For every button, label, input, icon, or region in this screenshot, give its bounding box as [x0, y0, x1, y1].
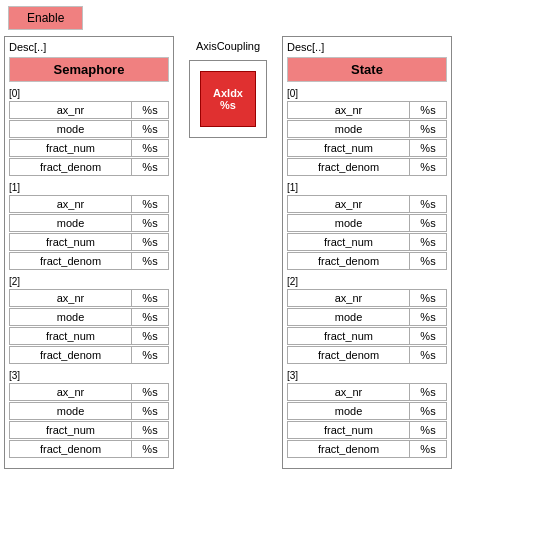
field-value-3-2: %s [410, 422, 446, 438]
top-bar: Enable [0, 0, 554, 36]
left-desc-panel: Desc[..] Semaphore [0]ax_nr%smode%sfract… [4, 36, 174, 469]
table-row: fract_num%s [9, 421, 169, 439]
table-row: fract_denom%s [287, 346, 447, 364]
field-value-3-3: %s [410, 441, 446, 457]
left-groups: [0]ax_nr%smode%sfract_num%sfract_denom%s… [9, 88, 169, 458]
field-name-2-1: mode [288, 309, 410, 325]
field-name-0-3: fract_denom [288, 159, 410, 175]
field-name-2-3: fract_denom [288, 347, 410, 363]
field-name-0-0: ax_nr [10, 102, 132, 118]
index-label-2: [2] [9, 276, 169, 287]
table-row: fract_num%s [9, 233, 169, 251]
index-label-0: [0] [9, 88, 169, 99]
field-name-1-2: fract_num [288, 234, 410, 250]
field-name-1-0: ax_nr [10, 196, 132, 212]
group-2: [2]ax_nr%smode%sfract_num%sfract_denom%s [287, 276, 447, 364]
table-row: ax_nr%s [287, 101, 447, 119]
left-panel-title: Desc[..] [9, 41, 169, 53]
table-row: mode%s [9, 308, 169, 326]
table-row: mode%s [287, 402, 447, 420]
table-row: mode%s [9, 120, 169, 138]
field-value-2-1: %s [410, 309, 446, 325]
field-name-2-2: fract_num [10, 328, 132, 344]
table-row: fract_num%s [287, 233, 447, 251]
field-value-2-1: %s [132, 309, 168, 325]
field-value-1-2: %s [410, 234, 446, 250]
field-name-3-2: fract_num [10, 422, 132, 438]
field-value-1-3: %s [410, 253, 446, 269]
field-value-1-1: %s [410, 215, 446, 231]
field-name-3-1: mode [10, 403, 132, 419]
field-value-3-1: %s [410, 403, 446, 419]
field-name-3-3: fract_denom [288, 441, 410, 457]
table-row: ax_nr%s [9, 383, 169, 401]
table-row: fract_denom%s [287, 440, 447, 458]
index-label-3: [3] [9, 370, 169, 381]
field-name-0-3: fract_denom [10, 159, 132, 175]
field-value-0-3: %s [132, 159, 168, 175]
group-0: [0]ax_nr%smode%sfract_num%sfract_denom%s [287, 88, 447, 176]
field-name-1-1: mode [288, 215, 410, 231]
field-name-1-0: ax_nr [288, 196, 410, 212]
table-row: mode%s [9, 402, 169, 420]
field-name-1-3: fract_denom [288, 253, 410, 269]
field-name-3-3: fract_denom [10, 441, 132, 457]
axidx-button[interactable]: AxIdx%s [200, 71, 256, 127]
table-row: fract_num%s [287, 327, 447, 345]
field-value-2-0: %s [132, 290, 168, 306]
table-row: mode%s [287, 308, 447, 326]
field-value-2-3: %s [410, 347, 446, 363]
field-value-0-0: %s [410, 102, 446, 118]
group-3: [3]ax_nr%smode%sfract_num%sfract_denom%s [9, 370, 169, 458]
table-row: mode%s [287, 214, 447, 232]
field-name-0-1: mode [10, 121, 132, 137]
table-row: ax_nr%s [287, 195, 447, 213]
field-name-0-1: mode [288, 121, 410, 137]
table-row: fract_denom%s [287, 158, 447, 176]
semaphore-button[interactable]: Semaphore [9, 57, 169, 82]
right-panel-title: Desc[..] [287, 41, 447, 53]
table-row: fract_num%s [287, 139, 447, 157]
field-value-3-3: %s [132, 441, 168, 457]
field-value-1-0: %s [410, 196, 446, 212]
state-button[interactable]: State [287, 57, 447, 82]
index-label-1: [1] [287, 182, 447, 193]
field-name-1-3: fract_denom [10, 253, 132, 269]
field-value-3-0: %s [132, 384, 168, 400]
middle-panel: AxisCoupling AxIdx%s [178, 36, 278, 142]
field-name-2-1: mode [10, 309, 132, 325]
field-value-3-2: %s [132, 422, 168, 438]
field-value-2-2: %s [132, 328, 168, 344]
enable-button[interactable]: Enable [8, 6, 83, 30]
field-name-0-0: ax_nr [288, 102, 410, 118]
table-row: fract_denom%s [9, 252, 169, 270]
field-name-2-2: fract_num [288, 328, 410, 344]
field-value-1-0: %s [132, 196, 168, 212]
field-value-1-2: %s [132, 234, 168, 250]
field-value-1-3: %s [132, 253, 168, 269]
group-1: [1]ax_nr%smode%sfract_num%sfract_denom%s [9, 182, 169, 270]
field-name-3-0: ax_nr [10, 384, 132, 400]
main-area: Desc[..] Semaphore [0]ax_nr%smode%sfract… [0, 36, 554, 469]
table-row: fract_num%s [9, 139, 169, 157]
right-groups: [0]ax_nr%smode%sfract_num%sfract_denom%s… [287, 88, 447, 458]
field-name-0-2: fract_num [288, 140, 410, 156]
index-label-2: [2] [287, 276, 447, 287]
field-value-0-2: %s [410, 140, 446, 156]
group-3: [3]ax_nr%smode%sfract_num%sfract_denom%s [287, 370, 447, 458]
table-row: ax_nr%s [9, 101, 169, 119]
group-0: [0]ax_nr%smode%sfract_num%sfract_denom%s [9, 88, 169, 176]
table-row: fract_num%s [9, 327, 169, 345]
index-label-1: [1] [9, 182, 169, 193]
table-row: fract_denom%s [9, 158, 169, 176]
field-value-0-1: %s [132, 121, 168, 137]
field-value-1-1: %s [132, 215, 168, 231]
field-value-0-0: %s [132, 102, 168, 118]
field-name-1-1: mode [10, 215, 132, 231]
table-row: fract_denom%s [287, 252, 447, 270]
field-name-2-0: ax_nr [288, 290, 410, 306]
field-value-0-2: %s [132, 140, 168, 156]
field-value-3-0: %s [410, 384, 446, 400]
group-2: [2]ax_nr%smode%sfract_num%sfract_denom%s [9, 276, 169, 364]
table-row: fract_num%s [287, 421, 447, 439]
